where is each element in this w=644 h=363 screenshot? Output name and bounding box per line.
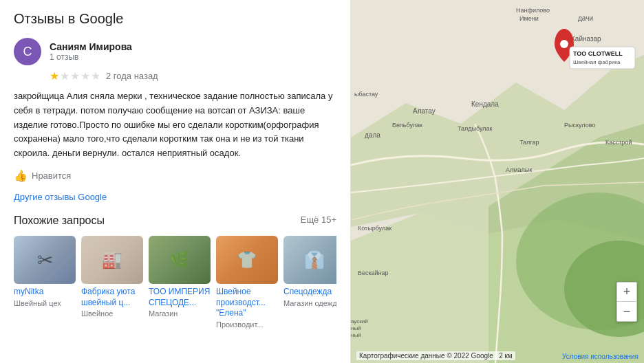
- star-rating: ★ ★ ★ ★ ★: [50, 69, 100, 82]
- like-row[interactable]: 👍 Нравится: [14, 169, 336, 182]
- map-credits: Картографические данные © 2022 Google 2 …: [356, 351, 515, 360]
- svg-text:Алатау: Алатау: [413, 107, 436, 115]
- rating-row: ★ ★ ★ ★ ★ 2 года назад: [50, 69, 336, 82]
- zoom-out-button[interactable]: −: [617, 302, 636, 321]
- card-type-factory: Швейное: [81, 309, 143, 318]
- card-factory[interactable]: Фабрика уюта швейный ц... Швейное: [81, 236, 143, 329]
- svg-text:Котырбулак: Котырбулак: [358, 225, 391, 232]
- svg-text:Бескайнар: Бескайнар: [358, 270, 389, 276]
- svg-text:ный: ный: [351, 332, 361, 338]
- svg-text:Алмалык: Алмалык: [506, 166, 532, 173]
- svg-text:Бельбулак: Бельбулак: [392, 122, 422, 129]
- svg-text:ный: ный: [351, 325, 361, 331]
- map-zoom-controls: + −: [616, 282, 637, 322]
- map-scale-label: 2 км: [499, 352, 513, 360]
- terms-link[interactable]: Условия использования: [562, 353, 638, 360]
- svg-text:ТОО CLOTWELL: ТОО CLOTWELL: [573, 50, 623, 57]
- star-3: ★: [70, 69, 80, 82]
- svg-text:Рыскулово: Рыскулово: [564, 122, 595, 129]
- review-text: закройщица Алия сняла мерки , техническо…: [14, 89, 336, 161]
- other-reviews-link[interactable]: Другие отзывы Google: [14, 192, 336, 202]
- cards-row: myNitka Швейный цех Фабрика уюта швейный…: [14, 236, 336, 329]
- svg-text:Талдыбулак: Талдыбулак: [458, 125, 493, 132]
- similar-section-header: Похожие запросы Ещё 15+: [14, 214, 336, 230]
- svg-text:Талгар: Талгар: [519, 139, 539, 146]
- card-mynitka[interactable]: myNitka Швейный цех: [14, 236, 76, 329]
- card-img-special: [283, 236, 336, 284]
- like-label: Нравится: [32, 170, 71, 181]
- card-name-too: ТОО ИМПЕРИЯ СПЕЦОДЕ...: [149, 287, 211, 308]
- card-special[interactable]: Спецодежда Магазин одежды: [283, 236, 336, 329]
- svg-text:дала: дала: [365, 131, 380, 139]
- card-type-mynitka: Швейный цех: [14, 299, 76, 307]
- reviews-panel: Отзывы в Google С Саниям Имирова 1 отзыв…: [0, 0, 351, 363]
- card-type-special: Магазин одежды: [283, 299, 336, 307]
- svg-text:Имени: Имени: [519, 15, 539, 22]
- svg-text:Касстрой: Касстрой: [605, 139, 632, 146]
- zoom-in-button[interactable]: +: [617, 283, 636, 302]
- svg-text:ыбастау: ыбастау: [354, 91, 378, 98]
- card-elena[interactable]: Швейное производст... "Елена" Производит…: [216, 236, 278, 329]
- svg-text:ауский: ауский: [351, 318, 368, 324]
- card-type-elena: Производит...: [216, 320, 278, 329]
- page-title: Отзывы в Google: [14, 11, 336, 27]
- star-2: ★: [60, 69, 69, 82]
- reviewer-count: 1 отзыв: [50, 52, 132, 62]
- svg-text:дачи: дачи: [578, 14, 593, 22]
- card-name-elena: Швейное производст... "Елена": [216, 287, 278, 319]
- card-type-too: Магазин: [149, 309, 211, 318]
- reviewer-name: Саниям Имирова: [50, 41, 132, 52]
- svg-text:Швейная фабрика: Швейная фабрика: [573, 59, 621, 65]
- star-5: ★: [91, 69, 100, 82]
- map-panel[interactable]: дала Алатау Кендала Кайназар дачи ыбаста…: [351, 0, 644, 363]
- card-name-factory: Фабрика уюта швейный ц...: [81, 287, 143, 308]
- card-img-mynitka: [14, 236, 76, 284]
- svg-text:Кайназар: Кайназар: [571, 35, 601, 43]
- svg-point-25: [560, 40, 568, 48]
- card-img-too: [149, 236, 211, 284]
- map-svg: дала Алатау Кендала Кайназар дачи ыбаста…: [351, 0, 644, 363]
- thumbs-up-icon: 👍: [14, 169, 28, 182]
- more-count[interactable]: Ещё 15+: [301, 214, 336, 225]
- star-1: ★: [50, 69, 59, 82]
- avatar: С: [14, 38, 41, 65]
- svg-text:Нанфилово: Нанфилово: [516, 7, 550, 14]
- card-name-mynitka: myNitka: [14, 287, 76, 298]
- svg-text:Кендала: Кендала: [471, 100, 499, 108]
- map-credits-text: Картографические данные © 2022 Google: [359, 352, 493, 360]
- time-ago: 2 года назад: [106, 71, 158, 81]
- card-too[interactable]: ТОО ИМПЕРИЯ СПЕЦОДЕ... Магазин: [149, 236, 211, 329]
- card-img-elena: [216, 236, 278, 284]
- star-4: ★: [80, 69, 90, 82]
- card-img-factory: [81, 236, 143, 284]
- card-name-special: Спецодежда: [283, 287, 336, 298]
- reviewer-row: С Саниям Имирова 1 отзыв: [14, 38, 336, 65]
- similar-section-title: Похожие запросы: [14, 214, 105, 227]
